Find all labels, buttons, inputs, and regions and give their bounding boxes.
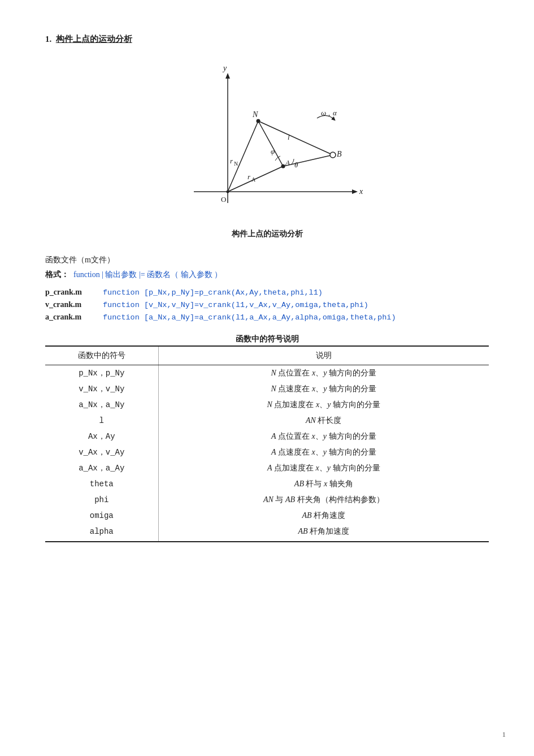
svg-text:y: y [222, 64, 227, 72]
table-header-desc: 说明 [158, 346, 489, 365]
svg-text:N: N [234, 161, 238, 167]
func-name-1: v_crank.m [45, 300, 96, 309]
func-code-2: function [a_Nx,a_Ny]=a_crank(l1,a_Ax,a_A… [103, 313, 396, 322]
table-row: Ax，AyA 点位置在 x、y 轴方向的分量 [45, 429, 489, 444]
svg-marker-1 [352, 189, 358, 194]
table-cell-desc: AB 杆角加速度 [158, 524, 489, 542]
func-row-0: p_crank.m function [p_Nx,p_Ny]=p_crank(A… [45, 288, 489, 297]
table-cell-symbol: v_Ax，v_Ay [45, 444, 158, 460]
table-cell-desc: N 点加速度在 x、y 轴方向的分量 [158, 397, 489, 413]
table-cell-symbol: phi [45, 492, 158, 508]
svg-line-12 [283, 155, 333, 166]
table-row: alphaAB 杆角加速度 [45, 524, 489, 542]
intro-text: 函数文件（m文件） [45, 255, 489, 265]
table-row: phiAN 与 AB 杆夹角（构件结构参数） [45, 492, 489, 508]
table-cell-symbol: a_Nx，a_Ny [45, 397, 158, 413]
section-number: 1. [45, 34, 51, 44]
table-row: omigaAB 杆角速度 [45, 508, 489, 524]
svg-text:α: α [333, 109, 337, 117]
svg-text:A: A [251, 176, 256, 183]
table-row: a_Ax，a_AyA 点加速度在 x、y 轴方向的分量 [45, 460, 489, 476]
svg-text:N: N [252, 110, 258, 119]
table-cell-desc: A 点位置在 x、y 轴方向的分量 [158, 429, 489, 444]
func-name-0: p_crank.m [45, 288, 96, 297]
svg-point-14 [281, 165, 285, 169]
table-cell-desc: N 点速度在 x、y 轴方向的分量 [158, 381, 489, 397]
svg-text:l: l [288, 133, 290, 141]
func-code-1: function [v_Nx,v_Ny]=v_crank(l1,v_Ax,v_A… [103, 301, 368, 309]
table-cell-symbol: a_Ax，a_Ay [45, 460, 158, 476]
mechanism-diagram: x y O N A B r N r A l [160, 56, 375, 226]
symbol-table: 函数中的符号 说明 p_Nx，p_NyN 点位置在 x、y 轴方向的分量v_Nx… [45, 345, 489, 542]
table-row: thetaAB 杆与 x 轴夹角 [45, 476, 489, 492]
func-row-2: a_crank.m function [a_Nx,a_Ny]=a_crank(l… [45, 313, 489, 322]
table-row: p_Nx，p_NyN 点位置在 x、y 轴方向的分量 [45, 365, 489, 382]
table-cell-desc: AB 杆与 x 轴夹角 [158, 476, 489, 492]
svg-point-15 [330, 152, 336, 158]
table-row: v_Ax，v_AyA 点速度在 x、y 轴方向的分量 [45, 444, 489, 460]
table-cell-symbol: p_Nx，p_Ny [45, 365, 158, 382]
func-name-2: a_crank.m [45, 313, 96, 322]
table-section: 函数中的符号说明 函数中的符号 说明 p_Nx，p_NyN 点位置在 x、y 轴… [45, 334, 489, 542]
diagram-caption: 构件上点的运动分析 [232, 229, 303, 239]
svg-text:x: x [359, 187, 363, 196]
section-title: 构件上点的运动分析 [56, 34, 132, 44]
table-cell-desc: AN 与 AB 杆夹角（构件结构参数） [158, 492, 489, 508]
table-header-symbol: 函数中的符号 [45, 346, 158, 365]
svg-point-13 [256, 119, 260, 123]
functions-list: p_crank.m function [p_Nx,p_Ny]=p_crank(A… [45, 288, 489, 322]
svg-marker-3 [225, 73, 230, 79]
svg-text:r: r [230, 157, 233, 165]
svg-text:φ: φ [271, 147, 275, 155]
table-cell-symbol: omiga [45, 508, 158, 524]
format-code: function | 输出参数 |= 函数名（ 输入参数 ） [73, 270, 222, 280]
svg-text:r: r [248, 172, 251, 181]
svg-text:θ: θ [294, 161, 298, 169]
func-row-1: v_crank.m function [v_Nx,v_Ny]=v_crank(l… [45, 300, 489, 309]
format-label: 格式： [45, 270, 69, 280]
diagram-container: x y O N A B r N r A l [45, 56, 489, 249]
table-row: a_Nx，a_NyN 点加速度在 x、y 轴方向的分量 [45, 397, 489, 413]
format-line: 格式： function | 输出参数 |= 函数名（ 输入参数 ） [45, 270, 489, 280]
func-code-0: function [p_Nx,p_Ny]=p_crank(Ax,Ay,theta… [103, 288, 323, 297]
table-cell-desc: A 点加速度在 x、y 轴方向的分量 [158, 460, 489, 476]
table-cell-symbol: theta [45, 476, 158, 492]
svg-line-11 [258, 121, 283, 166]
table-cell-symbol: v_Nx，v_Ny [45, 381, 158, 397]
svg-line-10 [258, 121, 333, 155]
svg-text:A: A [285, 158, 290, 167]
table-cell-symbol: l [45, 413, 158, 429]
svg-text:B: B [337, 150, 342, 158]
table-cell-symbol: alpha [45, 524, 158, 542]
svg-text:O: O [221, 195, 226, 204]
table-cell-desc: A 点速度在 x、y 轴方向的分量 [158, 444, 489, 460]
table-title: 函数中的符号说明 [45, 334, 489, 344]
page-number: 1 [502, 730, 506, 739]
table-cell-desc: N 点位置在 x、y 轴方向的分量 [158, 365, 489, 382]
table-cell-symbol: Ax，Ay [45, 429, 158, 444]
table-cell-desc: AN 杆长度 [158, 413, 489, 429]
table-header-row: 函数中的符号 说明 [45, 346, 489, 365]
table-row: lAN 杆长度 [45, 413, 489, 429]
table-row: v_Nx，v_NyN 点速度在 x、y 轴方向的分量 [45, 381, 489, 397]
table-cell-desc: AB 杆角速度 [158, 508, 489, 524]
